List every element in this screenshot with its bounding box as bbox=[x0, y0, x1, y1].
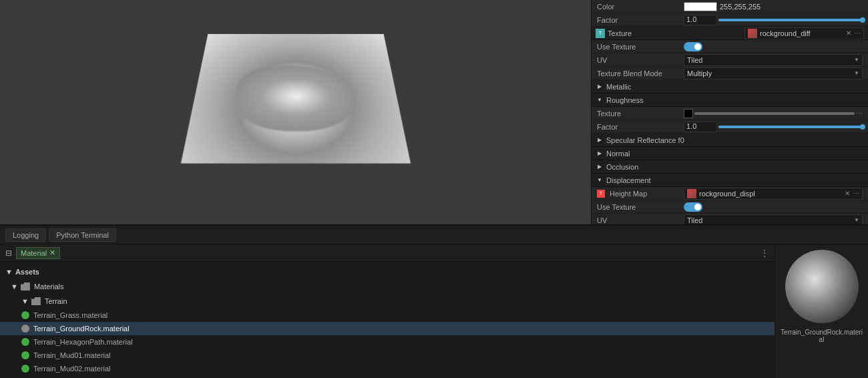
item-icon bbox=[21, 338, 29, 346]
uv-row: UV Tiled ▼ bbox=[592, 53, 868, 67]
roughness-texture-row: Texture ⋯ bbox=[592, 107, 868, 120]
texture-expand-btn[interactable]: ⋯ bbox=[854, 29, 861, 37]
color-label: Color bbox=[597, 3, 684, 11]
list-item[interactable]: Terrain_Grass.material bbox=[0, 309, 775, 322]
uv-dropdown[interactable]: Tiled ▼ bbox=[684, 54, 863, 66]
materials-folder[interactable]: ▼ Materials bbox=[0, 279, 775, 294]
roughness-factor-row: Factor 1.0 bbox=[592, 120, 868, 134]
list-item[interactable]: Terrain_GroundRock.material bbox=[0, 322, 775, 335]
asset-panel: ⊟ Material ✕ ⋮ ▼ Assets ▼ Materia bbox=[0, 244, 775, 378]
use-texture-toggle[interactable] bbox=[684, 42, 702, 51]
terrain-folder-icon bbox=[31, 297, 41, 305]
roughness-texture-label: Texture bbox=[597, 110, 684, 118]
item-icon bbox=[21, 365, 29, 373]
occlusion-arrow: ▶ bbox=[596, 163, 604, 171]
item-icon bbox=[21, 311, 29, 319]
material-preview-sphere bbox=[785, 250, 859, 323]
normal-label: Normal bbox=[606, 150, 630, 158]
factor-value[interactable]: 1.0 bbox=[684, 15, 717, 25]
height-map-thumb bbox=[687, 189, 696, 198]
height-map-field[interactable]: rockground_displ ✕ ⋯ bbox=[684, 188, 863, 200]
occlusion-section[interactable]: ▶ Occlusion bbox=[592, 160, 868, 174]
specular-arrow: ▶ bbox=[596, 136, 604, 144]
texture-name: rockground_diff bbox=[760, 29, 843, 37]
height-map-expand[interactable]: ⋯ bbox=[853, 190, 859, 197]
materials-chevron: ▼ bbox=[11, 282, 18, 291]
asset-list: ▼ Assets ▼ Materials ▼ Terrain bbox=[0, 262, 775, 378]
metallic-section[interactable]: ▶ Metallic bbox=[592, 80, 868, 93]
normal-section[interactable]: ▶ Normal bbox=[592, 147, 868, 160]
blend-mode-arrow: ▼ bbox=[854, 70, 859, 76]
texture-blend-label: Texture Blend Mode bbox=[597, 69, 684, 77]
texture-clear-btn[interactable]: ✕ bbox=[846, 29, 851, 37]
texture-section-icon: T bbox=[596, 29, 605, 38]
assets-header[interactable]: ▼ Assets bbox=[0, 264, 775, 279]
displacement-section[interactable]: ▼ Displacement bbox=[592, 174, 868, 187]
item-name: Terrain_GroundRock.material bbox=[33, 325, 130, 333]
use-texture2-label: Use Texture bbox=[597, 203, 684, 211]
3d-viewport[interactable] bbox=[0, 0, 591, 224]
metallic-label: Metallic bbox=[606, 83, 631, 91]
normal-arrow: ▶ bbox=[596, 150, 604, 158]
item-name: Terrain_Mud01.material bbox=[33, 351, 111, 359]
uv-label: UV bbox=[597, 56, 684, 64]
roughness-texture-expand[interactable]: ⋯ bbox=[856, 110, 863, 117]
roughness-texture-slider[interactable] bbox=[694, 112, 855, 115]
bottom-tabs: Logging Python Terminal bbox=[0, 226, 868, 244]
view-options-icon[interactable]: ⋮ bbox=[760, 248, 769, 258]
material-filter-label: Material bbox=[21, 249, 47, 257]
roughness-section[interactable]: ▼ Roughness bbox=[592, 93, 868, 107]
python-terminal-tab[interactable]: Python Terminal bbox=[49, 228, 116, 242]
materials-folder-icon bbox=[21, 282, 30, 291]
color-row: Color 255,255,255 bbox=[592, 0, 868, 13]
logging-tab[interactable]: Logging bbox=[5, 228, 46, 242]
terrain-chevron: ▼ bbox=[21, 297, 29, 305]
roughness-factor-slider[interactable] bbox=[718, 126, 863, 128]
roughness-arrow: ▼ bbox=[596, 96, 604, 104]
roughness-label: Roughness bbox=[606, 96, 644, 104]
list-item[interactable]: Terrain_HexagonPath.material bbox=[0, 335, 775, 349]
occlusion-label: Occlusion bbox=[606, 163, 638, 171]
uv2-label: UV bbox=[597, 216, 684, 224]
filter-icon: ⊟ bbox=[5, 248, 12, 258]
item-icon bbox=[21, 325, 29, 333]
assets-chevron: ▼ bbox=[5, 268, 13, 276]
displacement-arrow: ▼ bbox=[596, 176, 604, 184]
item-icon bbox=[21, 351, 29, 359]
terrain-mesh bbox=[180, 34, 411, 164]
use-texture2-toggle[interactable] bbox=[684, 202, 702, 212]
use-texture2-row: Use Texture bbox=[592, 200, 868, 214]
properties-panel: Color 255,255,255 Factor 1.0 T bbox=[591, 0, 868, 224]
factor-slider[interactable] bbox=[718, 19, 863, 21]
color-swatch[interactable] bbox=[684, 2, 717, 11]
uv2-dropdown[interactable]: Tiled ▼ bbox=[684, 214, 863, 225]
list-item[interactable]: Terrain_Mud01.material bbox=[0, 349, 775, 362]
uv2-arrow: ▼ bbox=[854, 217, 859, 223]
height-map-icon: T bbox=[597, 190, 605, 198]
terrain-folder[interactable]: ▼ Terrain bbox=[0, 294, 775, 309]
roughness-factor-label: Factor bbox=[597, 123, 684, 131]
color-value: 255,255,255 bbox=[720, 3, 761, 11]
texture-section-label: Texture bbox=[608, 29, 632, 37]
list-item[interactable]: Terrain_RockCliff.material bbox=[0, 375, 775, 378]
materials-label: Materials bbox=[34, 282, 64, 291]
specular-section[interactable]: ▶ Specular Reflectance f0 bbox=[592, 134, 868, 147]
height-map-clear[interactable]: ✕ bbox=[845, 190, 850, 197]
texture-blend-dropdown[interactable]: Multiply ▼ bbox=[684, 67, 863, 79]
asset-toolbar: ⊟ Material ✕ ⋮ bbox=[0, 244, 775, 262]
bottom-area: Logging Python Terminal ⊟ Material ✕ ⋮ ▼… bbox=[0, 224, 868, 378]
texture-blend-mode-row: Texture Blend Mode Multiply ▼ bbox=[592, 67, 868, 80]
material-filter-tag[interactable]: Material ✕ bbox=[16, 247, 60, 259]
filter-close-icon[interactable]: ✕ bbox=[49, 248, 55, 257]
height-map-row: T Height Map rockground_displ ✕ ⋯ bbox=[592, 187, 868, 200]
list-item[interactable]: Terrain_Mud02.material bbox=[0, 362, 775, 375]
terrain-folder-label: Terrain bbox=[45, 297, 67, 305]
roughness-factor-value[interactable]: 1.0 bbox=[684, 122, 717, 132]
use-texture-row: Use Texture bbox=[592, 40, 868, 53]
use-texture-label: Use Texture bbox=[597, 43, 684, 51]
metallic-arrow: ▶ bbox=[596, 83, 604, 91]
specular-label: Specular Reflectance f0 bbox=[606, 136, 684, 144]
item-name: Terrain_Mud02.material bbox=[33, 365, 111, 373]
texture-section-header[interactable]: T Texture rockground_diff ✕ ⋯ bbox=[592, 27, 868, 40]
preview-material-name: Terrain_GroundRock.material bbox=[781, 329, 863, 343]
